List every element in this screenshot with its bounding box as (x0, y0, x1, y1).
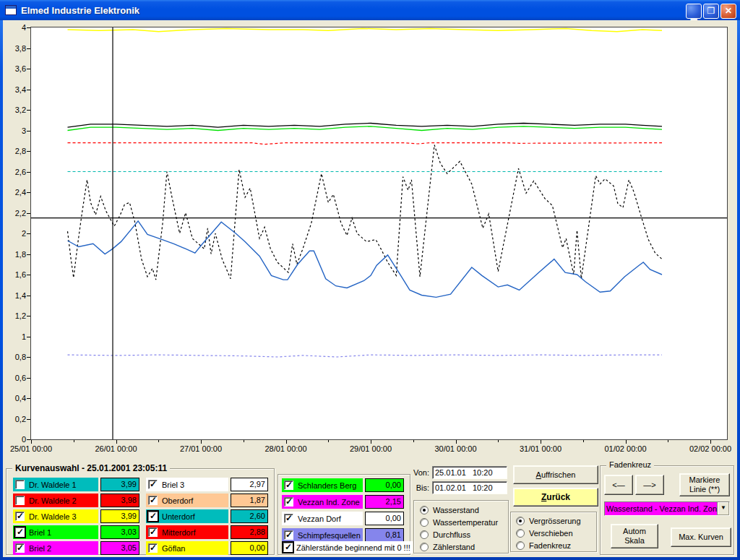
auffrischen-button[interactable]: Auffrischen (513, 465, 598, 484)
y-tick-label: 2,8 (4, 147, 26, 155)
mode-radio-list: WasserstandWassertemperaturDurchflussZäh… (420, 506, 505, 555)
curve-schimpfesquellen (68, 355, 663, 357)
checkbox-unterdorf[interactable] (148, 512, 158, 521)
checkbox-oberdorf[interactable] (148, 496, 158, 505)
y-tick (27, 192, 30, 193)
station-value-schimpfesquellen: 0,81 (365, 528, 404, 542)
station-bar-dr-waldele-2: Dr. Waldele 2 (13, 494, 98, 507)
dropdown-arrow-icon[interactable]: ▼ (717, 502, 729, 515)
station-row-oberdorf: Oberdorf1,87 (146, 494, 270, 507)
radio-mode-durchfluss[interactable]: Durchfluss (420, 530, 505, 539)
zaehlerstaende-checkbox[interactable] (283, 543, 293, 552)
radio-mode-wassertemperatur[interactable]: Wassertemperatur (420, 518, 505, 527)
station-row-dr-waldele-1: Dr. Waldele 13,99 (13, 478, 142, 491)
radio-mode-z-hlerstand[interactable]: Zählerstand (420, 543, 505, 551)
zurueck-button[interactable]: Zurück (513, 488, 598, 507)
max-kurven-button[interactable]: Max. Kurven (671, 527, 731, 547)
radio-dot-fadenkreuz[interactable] (516, 541, 525, 550)
radio-dot-wassertemperatur[interactable] (420, 518, 429, 527)
arrow-right-icon: —> (643, 481, 655, 490)
window-title: Elmed Industrie Elektronik (21, 5, 139, 16)
bis-label: Bis: (406, 483, 429, 492)
maximize-button[interactable]: ❐ (703, 4, 719, 19)
markiere-linie-button[interactable]: Markiere Linie (**) (679, 473, 730, 496)
checkbox-mitterdorf[interactable] (148, 527, 158, 537)
checkbox-dr-waldele-3[interactable] (15, 512, 25, 521)
y-tick-label: 0,8 (4, 353, 26, 361)
station-value-dr-waldele-3: 3,99 (100, 509, 139, 523)
client-area: 43,83,63,43,232,82,62,42,221,81,61,41,21… (3, 20, 737, 557)
x-tick (413, 440, 414, 442)
station-row-dr-waldele-3: Dr. Waldele 33,99 (13, 509, 142, 523)
title-bar[interactable]: Elmed Industrie Elektronik ▁ ❐ ✕ (0, 0, 740, 20)
autom-label-2: Skala (624, 536, 645, 546)
y-tick-label: 2 (4, 229, 26, 238)
radio-dot-z-hlerstand[interactable] (420, 543, 429, 551)
app-icon (5, 5, 17, 15)
checkbox-g-flan[interactable] (148, 543, 158, 553)
curve-vezzan-ind-zone-markiert (68, 145, 663, 280)
radio-tool-verschieben[interactable]: Verschieben (516, 529, 593, 538)
y-tick-label: 0 (4, 435, 26, 444)
close-icon: ✕ (725, 6, 732, 16)
station-label: Oberdorf (162, 496, 193, 505)
close-button[interactable]: ✕ (720, 4, 736, 19)
y-tick-label: 2,4 (4, 188, 26, 197)
x-tick (583, 440, 584, 442)
checkbox-dr-waldele-1[interactable] (15, 480, 25, 489)
autom-skala-button[interactable]: Autom Skala (611, 524, 658, 548)
x-tick (158, 440, 159, 442)
x-tick (710, 440, 711, 444)
minimize-button[interactable]: ▁ (686, 4, 702, 19)
station-bar-unterdorf: Unterdorf (146, 509, 228, 523)
von-field[interactable]: 25.01.01 10:20 (432, 466, 507, 479)
checkbox-briel-1[interactable] (15, 527, 25, 537)
arrow-right-button[interactable]: —> (635, 475, 664, 495)
station-label: Dr. Waldele 3 (29, 512, 77, 521)
arrow-left-button[interactable]: <— (604, 475, 633, 495)
bis-field[interactable]: 01.02.01 10:20 (432, 481, 507, 494)
radio-mode-wasserstand[interactable]: Wasserstand (420, 506, 505, 514)
y-tick-label: 1 (4, 332, 26, 341)
station-column-2: Briel 32,97Oberdorf1,87Unterdorf2,60Mitt… (146, 478, 270, 557)
station-column-3: Schlanders Berg0,00Vezzan Ind. Zone2,15V… (282, 478, 406, 545)
x-tick-label: 25/01 00:00 (0, 444, 66, 453)
curve-mitterdorf (68, 143, 663, 145)
x-tick-label: 27/01 00:00 (166, 444, 236, 453)
station-bar-vezzan-dorf: Vezzan Dorf (282, 512, 363, 525)
y-tick-label: 4 (4, 23, 26, 32)
station-value-schlanders-berg: 0,00 (365, 478, 404, 492)
checkbox-vezzan-ind-zone[interactable] (284, 497, 293, 507)
y-tick (27, 172, 30, 173)
chart-plot-area[interactable] (30, 27, 728, 440)
radio-dot-durchfluss[interactable] (420, 530, 429, 539)
station-row-dr-waldele-2: Dr. Waldele 23,98 (13, 494, 142, 507)
radio-dot-vergr-sserung[interactable] (516, 517, 525, 525)
arrow-left-icon: <— (612, 481, 624, 490)
radio-tool-vergr-sserung[interactable]: Vergrösserung (516, 517, 593, 525)
zaehlerstaende-label: Zählerstände beginnend mit 0 !!! (296, 543, 410, 552)
radio-dot-wasserstand[interactable] (420, 506, 429, 514)
station-row-vezzan-ind-zone: Vezzan Ind. Zone2,15 (282, 495, 406, 509)
station-bar-briel-1: Briel 1 (13, 525, 98, 539)
station-row-g-flan: Göflan0,00 (146, 541, 270, 555)
station-value-unterdorf: 2,60 (231, 509, 268, 523)
y-tick (27, 90, 30, 90)
radio-dot-verschieben[interactable] (516, 529, 525, 538)
y-tick-label: 0,2 (4, 415, 26, 423)
y-tick (27, 233, 30, 234)
tool-radio-list: VergrösserungVerschiebenFadenkreuz (516, 517, 593, 553)
y-tick-label: 1,8 (4, 250, 26, 259)
curve-select-dropdown[interactable]: Wasserstand - Vezzan Ind. Zone ▼ (604, 501, 730, 516)
checkbox-dr-waldele-2[interactable] (15, 496, 25, 505)
station-row-briel-2: Briel 23,05 (13, 541, 142, 555)
radio-tool-fadenkreuz[interactable]: Fadenkreuz (516, 541, 593, 550)
station-bar-vezzan-ind-zone: Vezzan Ind. Zone (282, 495, 363, 509)
checkbox-briel-3[interactable] (148, 480, 158, 489)
checkbox-briel-2[interactable] (15, 543, 25, 553)
checkbox-schlanders-berg[interactable] (284, 481, 293, 490)
checkbox-vezzan-dorf[interactable] (284, 514, 293, 523)
station-label: Vezzan Dorf (298, 514, 341, 523)
checkbox-schimpfesquellen[interactable] (284, 530, 293, 540)
von-label: Von: (406, 468, 429, 477)
